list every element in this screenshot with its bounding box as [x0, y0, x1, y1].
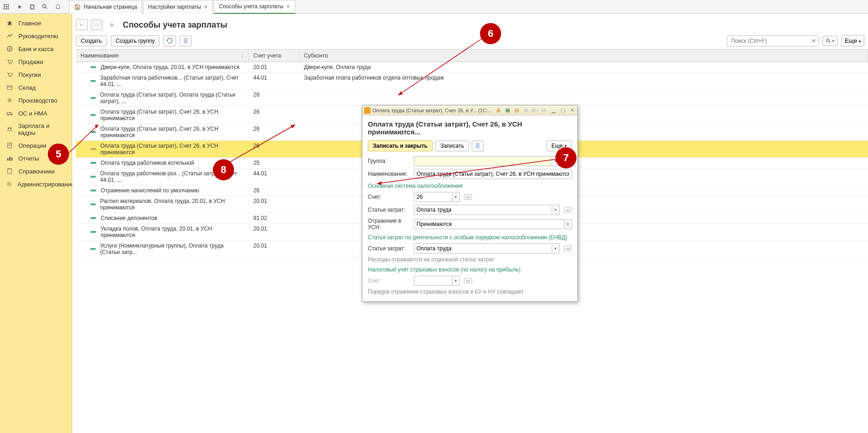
section-main: Основная система налогообложения [368, 183, 572, 189]
sidebar-item-3[interactable]: Продажи [0, 55, 72, 68]
list-button[interactable] [180, 35, 192, 46]
apps-icon[interactable] [0, 0, 13, 13]
sidebar-item-label: Справочники [18, 168, 55, 175]
col-account[interactable]: Счет учета [249, 50, 299, 62]
item-icon [91, 231, 96, 233]
minimize-icon[interactable]: ▁ [550, 107, 557, 114]
row-account: 25 [249, 158, 299, 168]
account-input[interactable] [414, 192, 452, 202]
top-toolbar: ★ 🏠 Начальная страница Настройки зарплат… [0, 0, 868, 14]
forward-button[interactable]: → [91, 19, 103, 30]
create-group-button[interactable]: Создать группу [111, 35, 160, 46]
save-close-button[interactable]: Записать и закрыть [368, 140, 433, 151]
row-sub: Заработная плата работников отдела оптов… [299, 73, 868, 89]
sidebar-item-2[interactable]: ₽Банк и касса [0, 42, 72, 55]
col-sub[interactable]: Субконто [299, 50, 868, 62]
search-icon[interactable] [39, 0, 51, 13]
close-icon[interactable]: ✕ [204, 4, 208, 10]
ledger-icon [6, 142, 14, 149]
tab-home[interactable]: 🏠 Начальная страница [69, 0, 142, 14]
row-account: 20.01 [249, 224, 299, 240]
dialog-titlebar[interactable]: Оплата труда (Статьи затрат), Счет 26, в… [362, 105, 577, 115]
row-account: 44.01 [249, 73, 299, 89]
coin-icon: ₽ [6, 45, 14, 52]
item-icon [91, 162, 96, 164]
mminus-icon[interactable]: M- [541, 107, 548, 114]
favorite-icon[interactable]: ★ [108, 20, 115, 30]
sidebar-item-0[interactable]: Главное [0, 17, 72, 29]
open-icon[interactable]: ▭ [564, 207, 572, 213]
table-row[interactable]: Двери-купе, Оплата труда, 20.01, в УСН п… [76, 62, 868, 73]
calc-icon[interactable]: ▦ [504, 107, 511, 114]
save-button[interactable]: Записать [435, 140, 469, 151]
group-input[interactable] [414, 156, 552, 166]
search-field[interactable]: ✕ [727, 35, 819, 46]
svg-rect-6 [4, 8, 5, 9]
tab-methods[interactable]: Способы учета зарплаты ✕ [214, 0, 295, 14]
table-row[interactable]: Заработная плата работников... (Статьи з… [76, 73, 868, 90]
open-icon[interactable]: ▭ [564, 246, 572, 251]
sidebar-item-8[interactable]: Зарплата и кадры [0, 120, 72, 139]
calendar-icon[interactable]: ▤ [513, 107, 520, 114]
svg-rect-4 [6, 6, 7, 7]
box-icon [6, 84, 14, 91]
sidebar-item-12[interactable]: Администрирование [0, 178, 72, 191]
svg-rect-33 [11, 157, 13, 161]
cost-input[interactable] [414, 205, 552, 215]
item-icon [91, 131, 96, 133]
app-icon [364, 107, 371, 114]
usn-input[interactable] [414, 219, 565, 229]
tab-settings[interactable]: Настройки зарплаты ✕ [143, 0, 213, 14]
refresh-button[interactable] [163, 35, 176, 46]
sidebar-item-1[interactable]: Руководителю [0, 29, 72, 42]
close-icon[interactable]: ✕ [286, 4, 290, 10]
sidebar-item-label: Администрирование [17, 181, 74, 188]
name-input[interactable] [414, 169, 572, 179]
dropdown-icon[interactable]: ▾ [565, 219, 572, 229]
maximize-icon[interactable]: ▢ [559, 107, 566, 114]
bell-icon[interactable] [51, 0, 64, 13]
row-name: Двери-купе, Оплата труда, 20.01, в УСН п… [101, 64, 240, 70]
row-account: 91.02 [249, 213, 299, 223]
open-icon[interactable]: ▭ [464, 278, 472, 283]
row-name: Списание депонентов [101, 215, 157, 221]
item-icon [91, 176, 96, 178]
search-input[interactable] [728, 36, 810, 46]
back-button[interactable]: ← [76, 19, 88, 30]
svg-rect-2 [8, 4, 9, 5]
close-icon[interactable]: ✕ [568, 107, 576, 114]
sidebar-item-5[interactable]: Склад [0, 81, 72, 94]
svg-rect-7 [6, 8, 7, 9]
row-account: 26 [249, 141, 299, 157]
sidebar-item-7[interactable]: ОС и НМА [0, 107, 72, 120]
people-icon [6, 126, 14, 133]
open-icon[interactable]: ▭ [464, 194, 472, 200]
lines-button[interactable] [472, 140, 484, 151]
sidebar-item-4[interactable]: Покупки [0, 68, 72, 81]
table-row[interactable]: Оплата труда (Статьи затрат), Оплата тру… [76, 90, 868, 107]
breadcrumb: ← → ★ Способы учета зарплаты [72, 14, 868, 32]
svg-rect-1 [6, 4, 7, 5]
mplus-icon[interactable]: M+ [531, 107, 539, 114]
svg-rect-32 [9, 157, 11, 161]
star-icon[interactable]: ★ [13, 0, 26, 13]
col-name[interactable]: Наименование↓ [76, 50, 249, 62]
item-icon [91, 217, 96, 219]
copy-icon[interactable] [26, 0, 39, 13]
dropdown-icon[interactable]: ▾ [552, 243, 560, 254]
dropdown-icon[interactable]: ▾ [452, 192, 460, 202]
clear-icon[interactable]: ✕ [810, 38, 817, 44]
m-icon[interactable]: M [522, 107, 530, 114]
sidebar-item-11[interactable]: Справочники [0, 165, 72, 178]
row-account: 20.01 [249, 196, 299, 213]
create-button[interactable]: Создать [76, 35, 107, 46]
dropdown-icon[interactable]: ▾ [552, 205, 560, 215]
sidebar-item-label: Покупки [18, 71, 41, 78]
more-button[interactable]: Еще ▾ [841, 35, 864, 46]
search-button[interactable]: ▾ [822, 36, 838, 46]
row-name: Услуги (Номенклатурные группы), Оплата т… [100, 242, 244, 255]
sidebar-item-label: Продажи [18, 58, 43, 65]
sidebar-item-6[interactable]: Производство [0, 94, 72, 107]
print-icon[interactable]: 🖶 [495, 107, 502, 114]
cost2-input[interactable] [414, 243, 552, 254]
